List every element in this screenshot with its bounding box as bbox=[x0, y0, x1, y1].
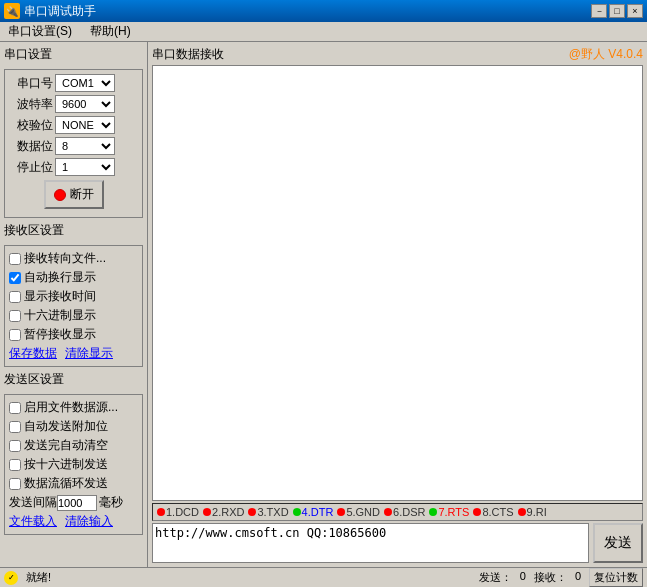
interval-input[interactable] bbox=[57, 495, 97, 511]
pin-ri: 9.RI bbox=[518, 506, 547, 518]
port-row: 串口号 COM1 bbox=[9, 74, 138, 92]
send-link-row: 文件载入 清除输入 bbox=[9, 513, 138, 530]
save-data-link[interactable]: 保存数据 bbox=[9, 345, 57, 362]
recv-checkbox-4[interactable] bbox=[9, 329, 21, 341]
status-text: 就绪! bbox=[26, 570, 471, 585]
send-label-2: 发送完自动清空 bbox=[24, 437, 108, 454]
dtr-dot bbox=[293, 508, 301, 516]
send-button[interactable]: 发送 bbox=[593, 523, 643, 563]
send-checkbox-0[interactable] bbox=[9, 402, 21, 414]
serial-settings-box: 串口号 COM1 波特率 9600 校验位 NONE 数据位 bbox=[4, 69, 143, 218]
databits-row: 数据位 8 bbox=[9, 137, 138, 155]
recv-label-3: 十六进制显示 bbox=[24, 307, 96, 324]
parity-row: 校验位 NONE bbox=[9, 116, 138, 134]
recv-option-0: 接收转向文件... bbox=[9, 250, 138, 267]
recv-stats-label: 接收： bbox=[534, 570, 567, 585]
minimize-button[interactable]: － bbox=[591, 4, 607, 18]
recv-option-3: 十六进制显示 bbox=[9, 307, 138, 324]
rxd-label: 2.RXD bbox=[212, 506, 244, 518]
send-option-3: 按十六进制发送 bbox=[9, 456, 138, 473]
connect-button[interactable]: 断开 bbox=[44, 180, 104, 209]
pin-rts: 7.RTS bbox=[429, 506, 469, 518]
dtr-label: 4.DTR bbox=[302, 506, 334, 518]
main-container: 串口设置 串口号 COM1 波特率 9600 校验位 NONE bbox=[0, 42, 647, 567]
cts-label: 8.CTS bbox=[482, 506, 513, 518]
databits-select[interactable]: 8 bbox=[55, 137, 115, 155]
baud-row: 波特率 9600 bbox=[9, 95, 138, 113]
rts-dot bbox=[429, 508, 437, 516]
recv-area-title: 串口数据接收 bbox=[152, 46, 224, 63]
bottom-statusbar: ✓ 就绪! 发送： 0 接收： 0 复位计数 bbox=[0, 567, 647, 587]
titlebar: 🔌 串口调试助手 － □ × bbox=[0, 0, 647, 22]
send-checkbox-4[interactable] bbox=[9, 478, 21, 490]
interval-unit: 毫秒 bbox=[99, 494, 123, 511]
pin-dcd: 1.DCD bbox=[157, 506, 199, 518]
pin-dsr: 6.DSR bbox=[384, 506, 425, 518]
recv-label-1: 自动换行显示 bbox=[24, 269, 96, 286]
send-section-title: 发送区设置 bbox=[4, 371, 143, 388]
txd-label: 3.TXD bbox=[257, 506, 288, 518]
recv-label-0: 接收转向文件... bbox=[24, 250, 106, 267]
recv-checkbox-2[interactable] bbox=[9, 291, 21, 303]
dsr-dot bbox=[384, 508, 392, 516]
send-checkbox-2[interactable] bbox=[9, 440, 21, 452]
recv-option-1: 自动换行显示 bbox=[9, 269, 138, 286]
rts-label: 7.RTS bbox=[438, 506, 469, 518]
dsr-label: 6.DSR bbox=[393, 506, 425, 518]
load-file-link[interactable]: 文件载入 bbox=[9, 513, 57, 530]
send-option-1: 自动发送附加位 bbox=[9, 418, 138, 435]
send-checkbox-3[interactable] bbox=[9, 459, 21, 471]
dcd-label: 1.DCD bbox=[166, 506, 199, 518]
send-interval-row: 发送间隔 毫秒 bbox=[9, 494, 138, 511]
app-icon: 🔌 bbox=[4, 3, 20, 19]
recv-textarea[interactable] bbox=[152, 65, 643, 501]
stopbits-select[interactable]: 1 bbox=[55, 158, 115, 176]
recv-option-4: 暂停接收显示 bbox=[9, 326, 138, 343]
maximize-button[interactable]: □ bbox=[609, 4, 625, 18]
interval-label: 发送间隔 bbox=[9, 494, 57, 511]
recv-checkbox-1[interactable] bbox=[9, 272, 21, 284]
pin-cts: 8.CTS bbox=[473, 506, 513, 518]
send-stats-label: 发送： bbox=[479, 570, 512, 585]
connect-button-label: 断开 bbox=[70, 186, 94, 203]
send-checkbox-1[interactable] bbox=[9, 421, 21, 433]
pin-gnd: 5.GND bbox=[337, 506, 380, 518]
send-option-4: 数据流循环发送 bbox=[9, 475, 138, 492]
pin-rxd: 2.RXD bbox=[203, 506, 244, 518]
send-label-3: 按十六进制发送 bbox=[24, 456, 108, 473]
rxd-dot bbox=[203, 508, 211, 516]
recv-label-4: 暂停接收显示 bbox=[24, 326, 96, 343]
titlebar-title: 串口调试助手 bbox=[24, 3, 96, 20]
recv-checkbox-3[interactable] bbox=[9, 310, 21, 322]
stopbits-row: 停止位 1 bbox=[9, 158, 138, 176]
connect-status-dot bbox=[54, 189, 66, 201]
send-label-4: 数据流循环发送 bbox=[24, 475, 108, 492]
parity-select[interactable]: NONE bbox=[55, 116, 115, 134]
recv-link-row: 保存数据 清除显示 bbox=[9, 345, 138, 362]
titlebar-left: 🔌 串口调试助手 bbox=[4, 3, 96, 20]
menu-help[interactable]: 帮助(H) bbox=[86, 21, 135, 42]
send-label-1: 自动发送附加位 bbox=[24, 418, 108, 435]
txd-dot bbox=[248, 508, 256, 516]
menu-serial[interactable]: 串口设置(S) bbox=[4, 21, 76, 42]
databits-label: 数据位 bbox=[9, 138, 53, 155]
baud-select[interactable]: 9600 bbox=[55, 95, 115, 113]
dcd-dot bbox=[157, 508, 165, 516]
recv-checkbox-0[interactable] bbox=[9, 253, 21, 265]
send-label-0: 启用文件数据源... bbox=[24, 399, 118, 416]
send-option-2: 发送完自动清空 bbox=[9, 437, 138, 454]
clear-display-link[interactable]: 清除显示 bbox=[65, 345, 113, 362]
pin-status-bar: 1.DCD 2.RXD 3.TXD 4.DTR 5.GND 6.DSR bbox=[152, 503, 643, 521]
recv-settings-box: 接收转向文件... 自动换行显示 显示接收时间 十六进制显示 暂停接收显示 保存… bbox=[4, 245, 143, 367]
port-select[interactable]: COM1 bbox=[55, 74, 115, 92]
recv-area-header: 串口数据接收 @野人 V4.0.4 bbox=[152, 46, 643, 63]
send-stats-count: 0 bbox=[520, 570, 526, 585]
pin-dtr: 4.DTR bbox=[293, 506, 334, 518]
serial-section-title: 串口设置 bbox=[4, 46, 143, 63]
reset-count-button[interactable]: 复位计数 bbox=[589, 568, 643, 587]
send-textarea[interactable]: http://www.cmsoft.cn QQ:10865600 bbox=[152, 523, 589, 563]
baud-label: 波特率 bbox=[9, 96, 53, 113]
send-option-0: 启用文件数据源... bbox=[9, 399, 138, 416]
clear-input-link[interactable]: 清除输入 bbox=[65, 513, 113, 530]
close-button[interactable]: × bbox=[627, 4, 643, 18]
